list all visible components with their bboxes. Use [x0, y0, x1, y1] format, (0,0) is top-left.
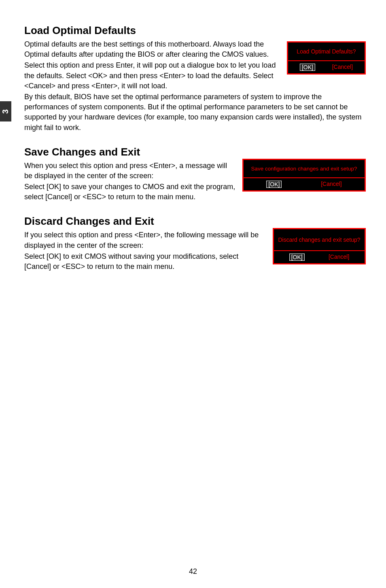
- dialog-button-row: [OK] [Cancel]: [244, 178, 365, 190]
- dialog-load-optimal-defaults: Load Optimal Defaults? [OK] [Cancel]: [287, 41, 366, 75]
- dialog-title: Discard changes and exit setup?: [274, 229, 365, 251]
- cancel-button[interactable]: [Cancel]: [329, 254, 349, 261]
- dialog-button-row: [OK] [Cancel]: [274, 251, 365, 263]
- dialog-title: Load Optimal Defaults?: [288, 43, 365, 61]
- section-discard-changes-exit: Discard Changes and Exit Discard changes…: [24, 215, 366, 273]
- cancel-button[interactable]: [Cancel]: [332, 64, 353, 71]
- ok-button[interactable]: [OK]: [266, 181, 282, 188]
- cancel-button[interactable]: [Cancel]: [321, 181, 341, 188]
- section-load-optimal-defaults: Load Optimal Defaults Load Optimal Defau…: [24, 24, 366, 134]
- ok-button[interactable]: [OK]: [289, 254, 305, 261]
- dialog-button-row: [OK] [Cancel]: [288, 61, 365, 73]
- dialog-discard-changes: Discard changes and exit setup? [OK] [Ca…: [273, 228, 366, 264]
- paragraph: By this default, BIOS have set the optim…: [24, 92, 366, 133]
- heading-load-optimal: Load Optimal Defaults: [24, 24, 366, 37]
- section-save-changes-exit: Save Changes and Exit Save configuration…: [24, 146, 366, 203]
- chapter-side-tab: 3: [0, 101, 11, 121]
- page-content: Load Optimal Defaults Load Optimal Defau…: [20, 24, 366, 273]
- heading-discard-changes: Discard Changes and Exit: [24, 215, 366, 228]
- chapter-number: 3: [1, 109, 11, 113]
- heading-save-changes: Save Changes and Exit: [24, 146, 366, 158]
- dialog-save-configuration: Save configuration changes and exit setu…: [242, 159, 366, 192]
- page-number: 42: [0, 567, 386, 576]
- ok-button[interactable]: [OK]: [300, 64, 315, 71]
- dialog-title: Save configuration changes and exit setu…: [244, 160, 365, 178]
